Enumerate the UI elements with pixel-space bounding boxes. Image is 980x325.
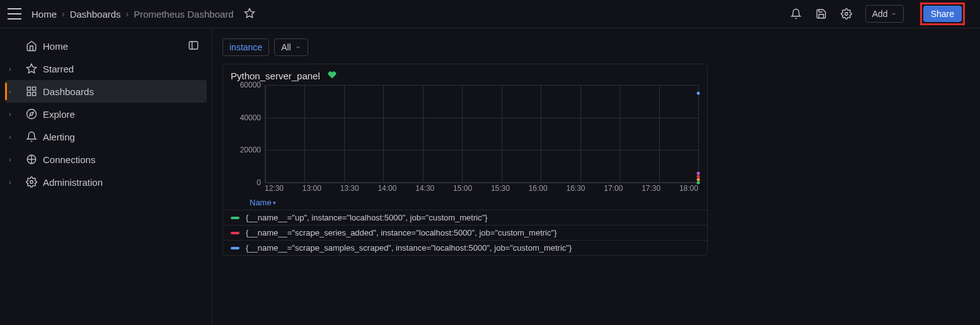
breadcrumb-current: Prometheus Dashboard [134, 9, 233, 20]
compass-icon [25, 108, 38, 120]
sidebar-collapse-icon[interactable] [188, 40, 200, 52]
heart-icon [328, 71, 337, 81]
share-highlight: Share [920, 3, 965, 25]
svg-marker-4 [27, 64, 37, 73]
x-tick-label: 17:30 [642, 184, 660, 195]
sidebar-item-label: Starred [43, 64, 74, 74]
sidebar-item-label: Home [43, 41, 68, 52]
x-tick-label: 15:30 [491, 184, 510, 195]
chevron-right-icon: › [9, 178, 16, 186]
svg-marker-10 [30, 112, 33, 116]
topbar: Home › Dashboards › Prometheus Dashboard… [0, 0, 980, 28]
gear-icon [25, 176, 38, 188]
topbar-actions: Add Share [790, 3, 965, 25]
sidebar-item-home[interactable]: › Home [0, 35, 77, 57]
svg-rect-7 [33, 93, 36, 96]
svg-point-1 [845, 13, 848, 16]
chevron-down-icon: ▾ [273, 200, 276, 206]
sidebar-item-label: Dashboards [43, 86, 94, 97]
x-tick-label: 16:00 [529, 184, 548, 195]
svg-rect-2 [189, 42, 198, 49]
star-icon[interactable] [244, 8, 255, 21]
legend-header: Name ▾ [223, 195, 707, 210]
sidebar-item-dashboards[interactable]: › Dashboards [5, 80, 207, 103]
svg-point-9 [27, 110, 37, 119]
y-tick-label: 20000 [229, 145, 261, 154]
svg-marker-0 [245, 8, 254, 17]
legend: {__name__="up", instance="localhost:5000… [223, 210, 707, 255]
sidebar-item-label: Alerting [43, 132, 75, 142]
chevron-right-icon: › [9, 133, 16, 140]
notifications-icon[interactable] [790, 8, 802, 20]
chevron-down-icon [295, 42, 301, 52]
x-tick-label: 18:00 [679, 184, 698, 195]
sidebar-item-label: Explore [43, 109, 75, 120]
variable-all[interactable]: All [274, 38, 308, 56]
legend-label: {__name__="scrape_samples_scraped", inst… [246, 243, 572, 253]
sidebar-item-label: Connections [43, 154, 95, 165]
share-button[interactable]: Share [923, 6, 962, 22]
x-tick-label: 13:00 [303, 184, 321, 195]
sidebar-item-connections[interactable]: › Connections [0, 148, 212, 171]
bell-icon [25, 131, 38, 142]
panel-header: Python_server_panel [223, 71, 707, 85]
panel: Python_server_panel 0200004000060000 12:… [222, 64, 708, 256]
sidebar-item-label: Administration [43, 177, 103, 188]
legend-label: {__name__="up", instance="localhost:5000… [246, 213, 488, 222]
legend-swatch [231, 217, 239, 219]
chevron-right-icon: › [9, 88, 16, 95]
panel-title: Python_server_panel [231, 71, 320, 81]
sidebar-item-starred[interactable]: › Starred [0, 57, 212, 80]
chart[interactable]: 0200004000060000 12:3013:0013:3014:0014:… [229, 85, 701, 195]
save-icon[interactable] [815, 8, 827, 20]
svg-rect-8 [27, 93, 30, 96]
settings-icon[interactable] [840, 8, 853, 20]
menu-toggle-button[interactable] [8, 7, 21, 21]
x-tick-label: 17:00 [604, 184, 623, 195]
add-button-label: Add [872, 9, 888, 19]
breadcrumb: Home › Dashboards › Prometheus Dashboard [32, 9, 234, 20]
data-point [697, 91, 700, 94]
y-tick-label: 0 [229, 178, 261, 187]
breadcrumb-sep: › [62, 9, 65, 19]
x-tick-label: 13:30 [340, 184, 359, 195]
variable-instance[interactable]: instance [222, 38, 269, 56]
variable-all-label: All [281, 42, 291, 52]
sidebar-item-alerting[interactable]: › Alerting [0, 125, 212, 148]
legend-label: {__name__="scrape_series_added", instanc… [246, 228, 556, 237]
breadcrumb-dashboards[interactable]: Dashboards [70, 9, 121, 20]
chevron-right-icon: › [9, 65, 16, 72]
content-area: instance All Python_server_panel 0200004… [212, 28, 980, 325]
legend-row[interactable]: {__name__="scrape_samples_scraped", inst… [223, 240, 707, 255]
data-point [697, 171, 700, 174]
y-tick-label: 40000 [229, 113, 261, 122]
legend-row[interactable]: {__name__="up", instance="localhost:5000… [223, 210, 707, 225]
variable-row: instance All [222, 38, 970, 56]
home-icon [25, 40, 38, 52]
x-tick-label: 16:30 [567, 184, 585, 195]
chevron-right-icon: › [9, 156, 16, 163]
sidebar-item-administration[interactable]: › Administration [0, 171, 212, 193]
legend-swatch [231, 232, 239, 234]
legend-header-label: Name [250, 198, 272, 207]
x-tick-label: 15:00 [453, 184, 472, 195]
svg-rect-5 [27, 87, 30, 90]
sidebar: › Home › Starred › Dashboards [0, 28, 212, 325]
x-tick-label: 14:30 [415, 184, 434, 195]
dashboards-icon [25, 86, 38, 97]
x-tick-label: 14:00 [378, 184, 396, 195]
breadcrumb-home[interactable]: Home [32, 9, 57, 20]
add-button[interactable]: Add [865, 5, 904, 23]
chevron-down-icon [891, 9, 897, 19]
legend-swatch [231, 247, 239, 249]
chevron-right-icon: › [9, 110, 16, 118]
svg-rect-6 [33, 87, 36, 90]
legend-sort-name[interactable]: Name ▾ [250, 198, 276, 207]
x-tick-label: 12:30 [265, 184, 284, 195]
star-icon [25, 63, 38, 74]
legend-row[interactable]: {__name__="scrape_series_added", instanc… [223, 225, 707, 240]
data-point [697, 178, 700, 181]
sidebar-item-explore[interactable]: › Explore [0, 103, 212, 125]
svg-point-14 [30, 181, 33, 184]
y-tick-label: 60000 [229, 81, 261, 89]
